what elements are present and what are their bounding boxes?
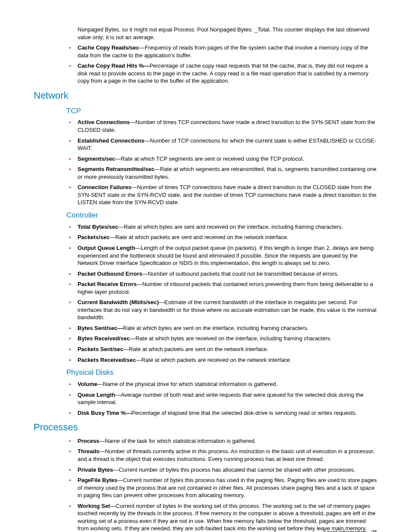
list-item: Output Queue Length—Length of the output… <box>78 244 377 267</box>
heading-processes: Processes <box>34 421 377 434</box>
physical-disks-list: Volume—Name of the physical drive for wh… <box>34 380 377 417</box>
list-item: Bytes Received/sec—Rate at which bytes a… <box>78 335 377 342</box>
page-number: 35 <box>371 529 377 532</box>
list-item: Packet Outbound Errors—Number of outboun… <box>78 270 377 278</box>
list-item: Total Bytes/sec—Rate at which bytes are … <box>78 223 377 231</box>
list-item: Segments Retransmitted/sec—Rate at which… <box>78 165 377 180</box>
list-item: Established Connections—Number of TCP co… <box>78 137 377 152</box>
list-item: Active Connections—Number of times TCP c… <box>78 118 377 134</box>
list-item: Volume—Name of the physical drive for wh… <box>78 380 377 388</box>
list-item: Packet Receive Errors—Number of inbound … <box>78 280 377 296</box>
list-item: Packets Sent/sec—Rate at which packets a… <box>78 345 377 353</box>
list-item: Bytes Sent/sec—Rate at which bytes are s… <box>78 324 377 332</box>
heading-controller: Controller <box>66 211 377 221</box>
heading-physical-disks: Physical Disks <box>66 368 377 378</box>
processes-list: Process—Name of the task for which stati… <box>34 437 377 532</box>
list-item: Cache Copy Read Hits %—Percentage of cac… <box>78 62 377 85</box>
list-item: Queue Length—Average number of both read… <box>78 391 377 406</box>
footer-label: Agent information <box>323 529 367 532</box>
tcp-list: Active Connections—Number of times TCP c… <box>34 118 377 206</box>
list-item: Threads—Number of threads currently acti… <box>78 448 377 463</box>
list-item: Current Bandwidth (Mbits/sec)—Estimate o… <box>78 299 377 321</box>
intro-list: Cache Copy Reads/sec—Frequency of reads … <box>34 44 377 85</box>
heading-network: Network <box>34 89 377 102</box>
continuation-text: Nonpaged Bytes, so it might not equal Pr… <box>34 26 377 41</box>
page-footer: Agent information 35 <box>323 529 377 532</box>
list-item: Packets Received/sec—Rate at which packe… <box>78 356 377 364</box>
list-item: Private Bytes—Current number of bytes th… <box>78 466 377 474</box>
list-item: Disk Busy Time %—Percentage of elapsed t… <box>78 409 377 417</box>
list-item: Packets/sec—Rate at which packets are se… <box>78 233 377 241</box>
list-item: Cache Copy Reads/sec—Frequency of reads … <box>78 44 377 59</box>
list-item: Connection Failures—Number of times TCP … <box>78 184 377 206</box>
list-item: Working Set—Current number of bytes in t… <box>78 502 377 532</box>
list-item: Process—Name of the task for which stati… <box>78 437 377 445</box>
list-item: Segments/sec—Rate at which TCP segments … <box>78 155 377 163</box>
heading-tcp: TCP <box>66 106 377 116</box>
list-item: PageFile Bytes—Current number of bytes t… <box>78 476 377 499</box>
controller-list: Total Bytes/sec—Rate at which bytes are … <box>34 223 377 364</box>
